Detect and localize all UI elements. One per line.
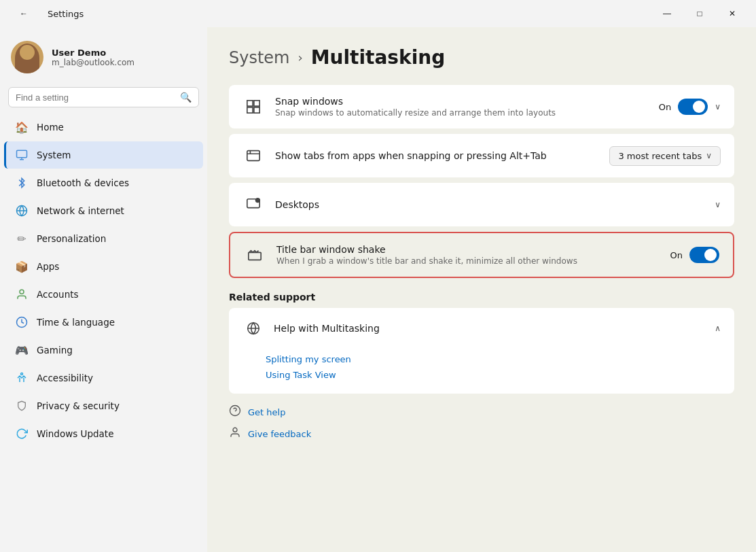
sidebar-item-home[interactable]: 🏠 Home xyxy=(4,114,203,141)
get-help-link[interactable]: Get help xyxy=(229,404,734,419)
snap-toggle[interactable] xyxy=(678,99,708,115)
desktops-chevron-icon[interactable]: ∨ xyxy=(715,200,721,209)
sidebar-item-label: Home xyxy=(37,122,64,133)
search-icon: 🔍 xyxy=(180,92,192,103)
sidebar-item-label: Accounts xyxy=(37,289,79,300)
get-help-label: Get help xyxy=(248,407,285,417)
sidebar-item-gaming[interactable]: 🎮 Gaming xyxy=(4,337,203,364)
svg-rect-9 xyxy=(254,101,259,106)
title-bar-shake-icon xyxy=(244,244,266,266)
titlebar-title: Settings xyxy=(48,9,84,19)
sidebar-item-accessibility[interactable]: Accessibility xyxy=(4,364,203,392)
bluetooth-icon xyxy=(15,176,29,190)
give-feedback-icon xyxy=(229,426,241,441)
help-multitasking-body: Splitting my screen Using Task View xyxy=(229,349,734,394)
give-feedback-link[interactable]: Give feedback xyxy=(229,426,734,441)
privacy-icon xyxy=(15,399,29,413)
system-icon xyxy=(15,148,29,162)
titlebar: ← Settings — □ ✕ xyxy=(0,0,756,27)
show-tabs-text: Show tabs from apps when snapping or pre… xyxy=(275,150,598,161)
svg-point-19 xyxy=(230,406,240,416)
close-button[interactable]: ✕ xyxy=(717,3,748,24)
search-input[interactable] xyxy=(16,92,175,103)
show-tabs-row: Show tabs from apps when snapping or pre… xyxy=(229,134,734,177)
title-bar-shake-card: Title bar window shake When I grab a win… xyxy=(229,232,734,278)
show-tabs-icon xyxy=(242,145,264,167)
snap-windows-desc: Snap windows to automatically resize and… xyxy=(275,108,648,118)
gaming-icon: 🎮 xyxy=(15,343,29,357)
time-icon xyxy=(15,315,29,329)
sidebar-item-privacy[interactable]: Privacy & security xyxy=(4,392,203,419)
sidebar-item-update[interactable]: Windows Update xyxy=(4,420,203,447)
sidebar-item-label: Gaming xyxy=(37,345,73,356)
snap-windows-icon xyxy=(242,96,264,118)
shake-toggle[interactable] xyxy=(689,247,719,263)
svg-rect-11 xyxy=(254,107,259,113)
desktops-row: + Desktops ∨ xyxy=(229,183,734,226)
user-profile: User Demo m_lab@outlook.com xyxy=(0,33,207,84)
desktops-title: Desktops xyxy=(275,199,704,210)
help-multitasking-header[interactable]: Help with Multitasking ∧ xyxy=(229,308,734,349)
snap-chevron-icon[interactable]: ∨ xyxy=(715,102,721,111)
related-support-label: Related support xyxy=(229,292,734,303)
sidebar-item-personalization[interactable]: ✏️ Personalization xyxy=(4,225,203,252)
help-multitasking-chevron: ∧ xyxy=(715,324,721,333)
shake-toggle-track xyxy=(689,247,719,263)
sidebar-item-apps[interactable]: 📦 Apps xyxy=(4,253,203,280)
page-header: System › Multitasking xyxy=(229,46,734,69)
tabs-dropdown[interactable]: 3 most recent tabs ∨ xyxy=(609,146,721,166)
snap-windows-control: On ∨ xyxy=(659,99,721,115)
svg-rect-8 xyxy=(247,101,253,106)
title-bar-shake-text: Title bar window shake When I grab a win… xyxy=(276,244,660,266)
sidebar-item-bluetooth[interactable]: Bluetooth & devices xyxy=(4,169,203,196)
breadcrumb-chevron: › xyxy=(298,50,303,65)
svg-rect-0 xyxy=(17,150,27,158)
bottom-links: Get help Give feedback xyxy=(229,404,734,441)
tabs-dropdown-chevron: ∨ xyxy=(706,151,712,160)
sidebar-item-time[interactable]: Time & language xyxy=(4,309,203,336)
sidebar-item-label: Windows Update xyxy=(37,428,113,439)
snap-toggle-thumb xyxy=(693,101,705,113)
desktops-icon: + xyxy=(242,194,264,215)
title-bar-shake-desc: When I grab a window's title bar and sha… xyxy=(276,256,660,266)
svg-text:+: + xyxy=(257,199,259,203)
sidebar-item-label: Accessibility xyxy=(37,373,93,383)
snap-windows-card: Snap windows Snap windows to automatical… xyxy=(229,85,734,128)
give-feedback-label: Give feedback xyxy=(248,429,311,439)
svg-rect-16 xyxy=(249,252,261,260)
task-view-link[interactable]: Using Task View xyxy=(266,367,721,383)
svg-rect-12 xyxy=(247,151,259,161)
update-icon xyxy=(15,427,29,441)
apps-icon: 📦 xyxy=(15,260,29,273)
title-bar-shake-title: Title bar window shake xyxy=(276,244,660,255)
shake-toggle-label: On xyxy=(670,250,683,260)
personalization-icon: ✏️ xyxy=(15,232,29,245)
help-multitasking-icon xyxy=(242,317,264,339)
main-content: System › Multitasking Snap windows Snap … xyxy=(207,27,756,552)
sidebar-item-system[interactable]: System xyxy=(4,141,203,169)
snap-toggle-track xyxy=(678,99,708,115)
splitting-screen-link[interactable]: Splitting my screen xyxy=(266,351,721,367)
network-icon xyxy=(15,204,29,218)
desktops-control: ∨ xyxy=(715,200,721,209)
back-button[interactable]: ← xyxy=(8,3,39,24)
show-tabs-control: 3 most recent tabs ∨ xyxy=(609,146,721,166)
shake-toggle-thumb xyxy=(704,249,717,261)
avatar xyxy=(11,41,43,73)
sidebar-item-network[interactable]: Network & internet xyxy=(4,197,203,224)
accounts-icon xyxy=(15,288,29,301)
help-multitasking-title: Help with Multitasking xyxy=(274,323,705,334)
sidebar-item-accounts[interactable]: Accounts xyxy=(4,281,203,308)
sidebar-item-label: Time & language xyxy=(37,317,115,328)
svg-point-21 xyxy=(233,428,237,432)
maximize-button[interactable]: □ xyxy=(684,3,715,24)
user-name: User Demo xyxy=(52,48,134,58)
snap-windows-title: Snap windows xyxy=(275,96,648,107)
title-bar-shake-control: On xyxy=(670,247,719,263)
minimize-button[interactable]: — xyxy=(651,3,683,24)
sidebar-item-label: Personalization xyxy=(37,233,106,244)
get-help-icon xyxy=(229,404,241,419)
sidebar: User Demo m_lab@outlook.com 🔍 🏠 Home Sys xyxy=(0,27,207,552)
svg-rect-10 xyxy=(247,107,253,113)
search-box[interactable]: 🔍 xyxy=(8,87,199,107)
